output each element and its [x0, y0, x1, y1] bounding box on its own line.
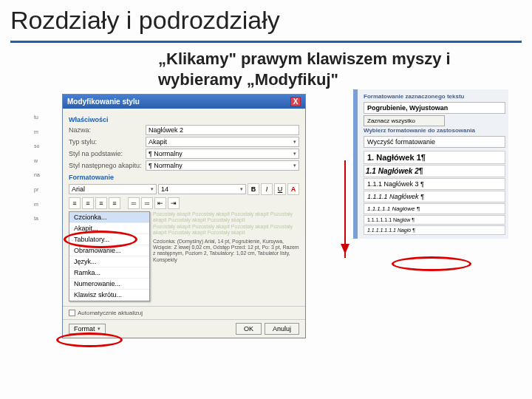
menu-item-font[interactable]: Czcionka... — [69, 212, 149, 223]
slide-subtitle: „Klikamy" prawym klawiszem myszy i wybie… — [158, 49, 522, 89]
menu-item-paragraph[interactable]: Akapit... — [69, 223, 149, 234]
dialog-title-text: Modyfikowanie stylu — [67, 98, 140, 106]
size-select[interactable]: 14▾ — [158, 184, 246, 194]
select-all-button[interactable]: Zaznacz wszystko — [364, 115, 445, 126]
style-heading4[interactable]: 1.1.1.1 Nagłówek ¶ — [364, 191, 505, 202]
cancel-button[interactable]: Anuluj — [265, 323, 299, 335]
font-color-button[interactable]: A — [287, 183, 299, 195]
dialog-titlebar: Modyfikowanie stylu X — [63, 95, 305, 109]
label-based: Styl na podstawie: — [69, 150, 143, 157]
style-heading3[interactable]: 1.1.1 Nagłówek 3 ¶ — [364, 178, 505, 190]
style-list: 1. Nagłówek 1¶ 1.1 Nagłówek 2¶ 1.1.1 Nag… — [364, 151, 505, 235]
next-select[interactable]: ¶ Normalny▾ — [146, 160, 299, 171]
spacing-button[interactable]: ═ — [141, 197, 153, 209]
auto-update-checkbox[interactable]: Automatycznie aktualizuj — [69, 310, 143, 316]
line-spacing-button[interactable]: ═ — [128, 197, 140, 209]
underline-button[interactable]: U — [274, 183, 286, 195]
align-left-button[interactable]: ≡ — [69, 197, 81, 209]
section-formatting: Formatowanie — [69, 174, 299, 181]
style-heading2[interactable]: 1.1 Nagłówek 2¶ — [364, 165, 505, 177]
font-select[interactable]: Arial▾ — [69, 184, 157, 194]
preview-sample2: Pozostały akapit Pozostały akapit Pozost… — [153, 224, 299, 236]
bold-button[interactable]: B — [248, 183, 259, 195]
style-description: Czcionka: (Domyślny) Arial, 14 pt, Pogru… — [153, 239, 299, 264]
align-center-button[interactable]: ≡ — [82, 197, 94, 209]
menu-item-numbering[interactable]: Numerowanie... — [69, 279, 149, 290]
clear-formatting[interactable]: Wyczyść formatowanie — [364, 136, 505, 148]
selected-format-box[interactable]: Pogrubienie, Wyjustowan — [364, 102, 505, 114]
menu-item-frame[interactable]: Ramka... — [69, 267, 149, 279]
menu-item-tabs[interactable]: Tabulatory... — [69, 234, 149, 245]
chevron-down-icon: ▾ — [293, 139, 296, 145]
style-heading7[interactable]: 1.1.1.1.1.1.1 Nagłó ¶ — [364, 225, 505, 235]
italic-button[interactable]: I — [261, 183, 273, 195]
format-submenu: Czcionka... Akapit... Tabulatory... Obra… — [69, 211, 150, 301]
menu-item-border[interactable]: Obramowanie... — [69, 245, 149, 256]
align-justify-button[interactable]: ≡ — [109, 197, 120, 209]
slide-title: Rozdziały i podrozdziały — [10, 6, 522, 43]
style-heading5[interactable]: 1.1.1.1.1 Nagłówe ¶ — [364, 203, 505, 214]
indent-dec-button[interactable]: ⇤ — [154, 197, 166, 209]
label-name: Nazwa: — [69, 126, 143, 134]
indent-inc-button[interactable]: ⇥ — [168, 197, 180, 209]
preview-sample: Pozostały akapit Pozostały akapit Pozost… — [153, 211, 299, 224]
chevron-down-icon: ▾ — [293, 151, 296, 157]
style-heading6[interactable]: 1.1.1.1.1.1 Nagłów ¶ — [364, 215, 505, 225]
callout-arrow — [344, 160, 346, 258]
align-right-button[interactable]: ≡ — [95, 197, 107, 209]
style-heading1[interactable]: 1. Nagłówek 1¶ — [364, 151, 505, 164]
section-properties: Właściwości — [69, 116, 299, 123]
menu-item-shortcut[interactable]: Klawisz skrótu... — [69, 290, 149, 301]
based-select[interactable]: ¶ Normalny▾ — [146, 149, 299, 159]
type-select[interactable]: Akapit▾ — [146, 137, 299, 147]
name-field[interactable]: Nagłówek 2 — [146, 125, 299, 135]
close-icon[interactable]: X — [290, 97, 301, 106]
pane-heading-selected: Formatowanie zaznaczonego tekstu — [364, 94, 505, 100]
styles-pane: Formatowanie zaznaczonego tekstu Pogrubi… — [353, 89, 508, 239]
ok-button[interactable]: OK — [236, 323, 262, 335]
highlight-ellipse-heading2 — [392, 256, 471, 271]
pane-heading-apply: Wybierz formatowanie do zastosowania — [364, 128, 505, 134]
format-button[interactable]: Format▾ — [69, 324, 106, 334]
label-type: Typ stylu: — [69, 138, 143, 146]
modify-style-dialog: Modyfikowanie stylu X Właściwości Nazwa:… — [62, 94, 306, 338]
menu-item-language[interactable]: Język... — [69, 256, 149, 267]
label-next: Styl następnego akapitu: — [69, 162, 143, 169]
chevron-down-icon: ▾ — [293, 163, 296, 168]
